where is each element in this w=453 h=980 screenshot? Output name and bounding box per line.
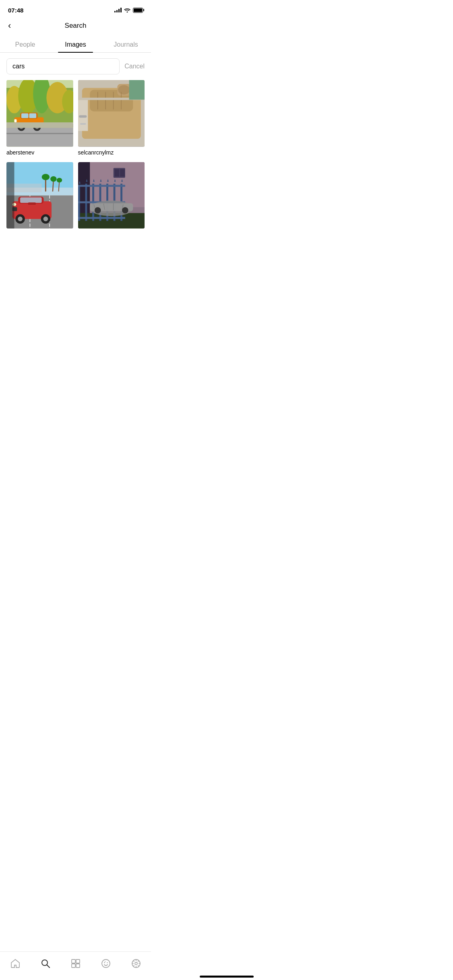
svg-point-40 bbox=[50, 176, 57, 182]
svg-rect-49 bbox=[20, 197, 42, 203]
signal-icon bbox=[114, 8, 122, 12]
image-grid: aberstenev bbox=[0, 80, 151, 233]
wifi-icon bbox=[124, 8, 130, 12]
svg-rect-62 bbox=[120, 169, 125, 176]
status-bar: 07:48 bbox=[0, 0, 151, 18]
image-username: selcanrcnylmz bbox=[78, 149, 145, 157]
image-username: aberstenev bbox=[6, 149, 73, 157]
page-title: Search bbox=[65, 22, 87, 30]
image-thumbnail bbox=[6, 80, 73, 147]
image-username bbox=[78, 231, 145, 233]
cancel-button[interactable]: Cancel bbox=[124, 63, 145, 70]
image-item[interactable] bbox=[78, 162, 145, 233]
svg-point-42 bbox=[57, 177, 62, 182]
status-icons bbox=[114, 8, 143, 13]
svg-point-89 bbox=[122, 207, 128, 213]
search-input[interactable] bbox=[12, 63, 114, 70]
svg-rect-8 bbox=[6, 133, 73, 134]
tab-images[interactable]: Images bbox=[50, 36, 101, 52]
svg-rect-7 bbox=[6, 127, 73, 147]
svg-rect-19 bbox=[6, 122, 73, 128]
svg-rect-31 bbox=[79, 115, 86, 118]
svg-rect-61 bbox=[114, 169, 119, 176]
svg-point-25 bbox=[118, 85, 130, 95]
header: ‹ Search bbox=[0, 18, 151, 36]
image-thumbnail bbox=[6, 162, 73, 229]
back-button[interactable]: ‹ bbox=[8, 21, 11, 31]
tab-journals[interactable]: Journals bbox=[101, 36, 151, 52]
svg-point-56 bbox=[43, 216, 48, 221]
svg-rect-34 bbox=[80, 123, 86, 125]
svg-point-88 bbox=[94, 207, 101, 213]
image-item[interactable]: aberstenev bbox=[6, 80, 73, 157]
image-username bbox=[6, 231, 73, 233]
status-time: 07:48 bbox=[8, 7, 23, 14]
svg-rect-12 bbox=[21, 113, 29, 118]
svg-point-54 bbox=[18, 216, 23, 221]
svg-point-38 bbox=[42, 174, 50, 180]
svg-rect-33 bbox=[129, 80, 145, 100]
image-thumbnail bbox=[78, 80, 145, 147]
svg-rect-13 bbox=[29, 113, 36, 118]
svg-rect-57 bbox=[6, 162, 14, 229]
svg-rect-18 bbox=[14, 119, 17, 122]
search-input-wrapper bbox=[6, 58, 120, 74]
tabs-container: People Images Journals bbox=[0, 36, 151, 53]
tab-people[interactable]: People bbox=[0, 36, 50, 52]
battery-icon bbox=[133, 8, 143, 13]
image-item[interactable] bbox=[6, 162, 73, 233]
image-item[interactable]: selcanrcnylmz bbox=[78, 80, 145, 157]
svg-rect-74 bbox=[78, 217, 125, 219]
svg-rect-72 bbox=[78, 185, 125, 187]
image-thumbnail bbox=[78, 162, 145, 229]
svg-rect-50 bbox=[28, 202, 36, 205]
search-container: Cancel bbox=[0, 53, 151, 80]
